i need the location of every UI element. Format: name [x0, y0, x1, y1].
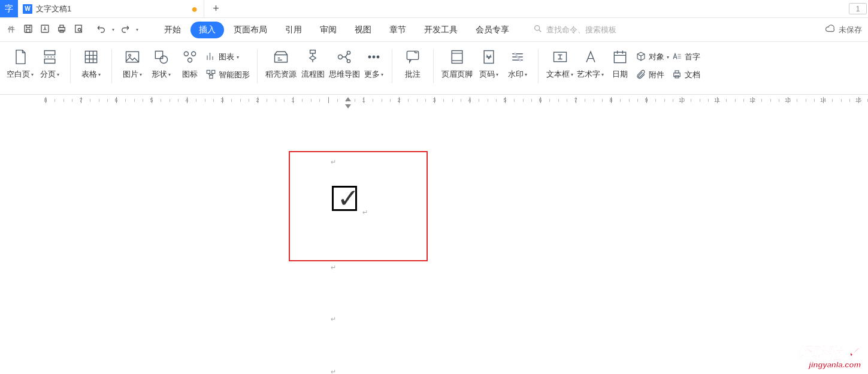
chevron-down-icon: ▾ [667, 55, 669, 60]
page-number-button[interactable]: 页码▾ [474, 46, 503, 81]
ruler-tick-label: 2 [397, 97, 400, 103]
tab-review[interactable]: 审阅 [311, 22, 345, 38]
svg-point-25 [373, 56, 375, 58]
ruler-tick-label: 7 [79, 97, 82, 103]
svg-rect-20 [310, 50, 316, 53]
chevron-down-icon: ▾ [112, 27, 114, 32]
flowchart-icon [304, 47, 321, 67]
save-status[interactable]: 未保存 [825, 23, 862, 36]
shape-button[interactable]: 形状▾ [147, 46, 176, 81]
search-box[interactable] [533, 24, 636, 35]
dropcap-button[interactable]: 首字 [670, 48, 701, 66]
tab-page-layout[interactable]: 页面布局 [225, 22, 276, 38]
page-break-label: 分页 [40, 69, 56, 80]
page-break-button[interactable]: 分页▾ [35, 46, 64, 81]
picture-button[interactable]: 图片▾ [118, 46, 147, 81]
watermark-check-icon: ✓ [846, 343, 861, 361]
svg-point-21 [338, 55, 343, 59]
ruler-tick-label: 8 [609, 97, 612, 103]
search-input[interactable] [546, 25, 636, 34]
ruler-tick-label: 4 [468, 97, 471, 103]
flowchart-button[interactable]: 流程图 [298, 46, 327, 81]
svg-rect-33 [675, 71, 679, 73]
redo-button[interactable] [117, 22, 133, 38]
svg-rect-4 [60, 25, 63, 28]
separator [257, 49, 258, 83]
ruler-tick-label: 13 [785, 97, 791, 103]
mindmap-button[interactable]: 思维导图 [327, 46, 362, 81]
icons-button[interactable]: 图标 [176, 46, 204, 81]
watermark-button[interactable]: 水印▾ [503, 46, 532, 81]
docparts-icon [672, 69, 682, 82]
textbox-label: 文本框 [546, 69, 570, 80]
icons-icon [182, 47, 198, 67]
tab-developer[interactable]: 开发工具 [416, 22, 466, 38]
more-button[interactable]: 更多▾ [362, 46, 386, 81]
tab-view[interactable]: 视图 [346, 22, 380, 38]
svg-rect-12 [155, 51, 162, 58]
wordart-button[interactable]: 艺术字▾ [575, 46, 606, 81]
attachment-button[interactable]: 附件 [634, 66, 670, 84]
textbox-button[interactable]: 文本框▾ [545, 46, 575, 81]
chevron-down-icon: ▾ [168, 72, 171, 77]
blank-page-button[interactable]: 空白页▾ [5, 46, 35, 81]
document-tab[interactable]: W 文字文稿1 ● [18, 0, 204, 17]
attachment-icon [636, 69, 646, 82]
docparts-label: 文档 [685, 70, 700, 80]
ribbon: 空白页▾ 分页▾ 表格▾ 图片▾ 形状▾ 图标 图表▾ [0, 42, 868, 95]
ruler-tick-label: 10 [679, 97, 685, 103]
file-button[interactable]: 件 [4, 22, 19, 38]
svg-point-26 [377, 56, 379, 58]
date-label: 日期 [612, 69, 628, 80]
object-button[interactable]: 对象▾ [634, 48, 670, 66]
docparts-button[interactable]: 文档 [670, 66, 701, 84]
resource-button[interactable]: 稻壳资源 [264, 46, 298, 81]
smartart-label: 智能图形 [219, 70, 250, 80]
shape-label: 形状 [152, 69, 167, 80]
hanging-indent-marker[interactable] [345, 104, 351, 108]
separator [70, 49, 71, 83]
home-tab[interactable]: 字 [0, 0, 18, 17]
header-footer-button[interactable]: 页眉页脚 [440, 46, 474, 81]
horizontal-ruler[interactable]: 87654321123456789101112131415 [0, 95, 868, 109]
separator [392, 49, 392, 83]
print-button[interactable] [54, 22, 69, 38]
comment-icon [404, 47, 421, 67]
save-button[interactable] [20, 22, 36, 38]
picture-label: 图片 [123, 69, 138, 80]
svg-rect-18 [212, 70, 215, 73]
picture-icon [124, 47, 141, 67]
table-button[interactable]: 表格▾ [77, 46, 105, 81]
undo-button[interactable] [93, 22, 109, 38]
group-pages: 空白页▾ 分页▾ [1, 42, 68, 94]
watermark-icon [509, 47, 526, 67]
tab-start[interactable]: 开始 [156, 22, 189, 38]
new-tab-button[interactable]: + [204, 0, 228, 17]
print-preview-button[interactable] [71, 22, 86, 38]
comment-button[interactable]: 批注 [398, 46, 427, 81]
first-line-indent-marker[interactable] [345, 97, 351, 101]
redo-icon [120, 23, 131, 36]
document-canvas[interactable]: ↵ ✓ ↵ ↵ ↵ ↵ 经验啦 ✓ jingyanla.com [0, 109, 868, 374]
ruler-tick-label: 7 [574, 97, 577, 103]
tab-member[interactable]: 会员专享 [467, 22, 518, 38]
svg-point-16 [188, 58, 192, 62]
smartart-button[interactable]: 智能图形 [204, 66, 251, 84]
tab-references[interactable]: 引用 [277, 22, 310, 38]
redo-dropdown[interactable]: ▾ [134, 22, 140, 38]
date-button[interactable]: 日期 [606, 46, 634, 81]
export-icon [40, 23, 50, 36]
tab-insert[interactable]: 插入 [190, 22, 224, 38]
ruler-tick-label: 12 [749, 97, 755, 103]
save-icon [23, 23, 34, 36]
top-right-button[interactable]: 1 [849, 3, 867, 14]
paragraph-mark: ↵ [331, 264, 336, 272]
chart-button[interactable]: 图表▾ [204, 48, 251, 66]
undo-dropdown[interactable]: ▾ [110, 22, 116, 38]
mindmap-label: 思维导图 [329, 69, 360, 80]
paragraph-mark: ↵ [362, 209, 368, 216]
paragraph-mark: ↵ [331, 315, 336, 323]
export-button[interactable] [37, 22, 53, 38]
chevron-down-icon: ▾ [57, 72, 59, 77]
tab-section[interactable]: 章节 [381, 22, 415, 38]
